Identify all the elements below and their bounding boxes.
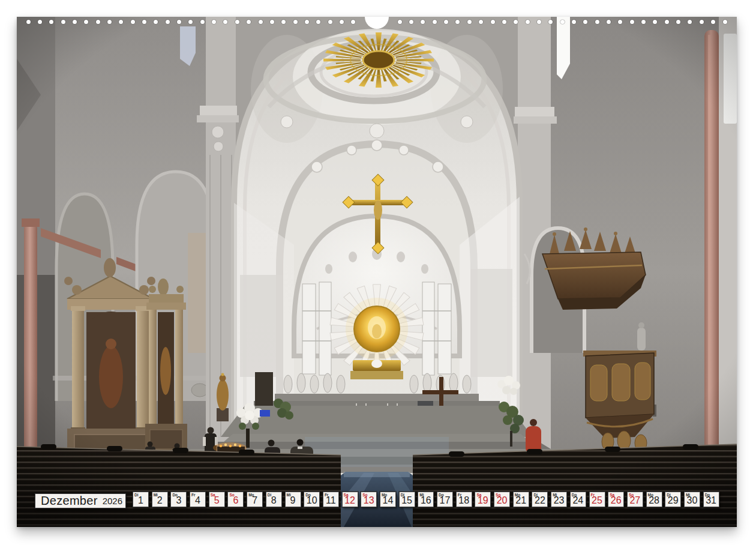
calendar-strip: Dezember 2026 Di1Mi2Do3Fr4Sa5So6Mo7Di8Mi… — [17, 17, 737, 527]
binding-hole — [107, 20, 112, 24]
day-number: 19 — [475, 495, 490, 506]
calendar-day: Di15 — [399, 492, 415, 507]
binding-hole — [73, 20, 77, 24]
calendar-day: Mo21 — [513, 492, 529, 507]
calendar-day: Sa5 — [209, 492, 225, 507]
binding-hole — [595, 20, 599, 24]
day-number: 14 — [380, 495, 395, 506]
calendar-day: Di22 — [532, 492, 548, 507]
binding-hole — [665, 20, 669, 24]
day-number: 27 — [628, 495, 643, 506]
calendar-day: So27 — [627, 492, 643, 507]
calendar-day: Mi16 — [418, 492, 434, 507]
day-number: 26 — [608, 495, 623, 506]
calendar-day: Fr11 — [323, 492, 339, 507]
binding-hole — [502, 20, 506, 24]
day-number: 21 — [514, 495, 529, 506]
day-number: 16 — [418, 495, 433, 506]
binding-hole — [433, 20, 437, 24]
calendar-day: Mi23 — [551, 492, 567, 507]
binding-hole — [572, 20, 576, 24]
calendar-page: Dezember 2026 Di1Mi2Do3Fr4Sa5So6Mo7Di8Mi… — [0, 0, 756, 545]
calendar-day: Mi9 — [285, 492, 301, 507]
calendar-day: Sa26 — [608, 492, 624, 507]
calendar-day: Mi2 — [152, 492, 168, 507]
binding-hole — [630, 20, 634, 24]
binding-hole — [537, 20, 541, 24]
calendar-day: Di29 — [665, 492, 681, 507]
day-number: 23 — [551, 495, 566, 506]
day-number: 25 — [590, 495, 605, 506]
day-number: 11 — [323, 495, 338, 506]
binding-hole — [409, 20, 413, 24]
binding-hole — [526, 20, 530, 24]
day-number: 4 — [190, 495, 205, 506]
calendar-day: Do17 — [437, 492, 453, 507]
binding-hole — [305, 20, 309, 24]
calendar-day: Mo14 — [380, 492, 396, 507]
month-name: Dezember — [41, 494, 98, 508]
binding-hole — [491, 20, 495, 24]
day-number: 30 — [685, 495, 700, 506]
day-number: 5 — [209, 495, 224, 506]
day-number: 13 — [361, 495, 376, 506]
calendar-day: Mo7 — [247, 492, 263, 507]
calendar-day: Sa19 — [475, 492, 491, 507]
day-number: 17 — [437, 495, 452, 506]
day-number: 8 — [266, 495, 281, 506]
calendar-photo: Dezember 2026 Di1Mi2Do3Fr4Sa5So6Mo7Di8Mi… — [17, 17, 737, 527]
day-number: 29 — [665, 495, 680, 506]
binding-hole — [200, 20, 205, 24]
calendar-day: Mi30 — [684, 492, 700, 507]
day-number: 7 — [247, 495, 262, 506]
calendar-day: Mo28 — [646, 492, 662, 507]
calendar-day: Sa12 — [342, 492, 358, 507]
binding-hole — [259, 20, 263, 24]
day-number: 12 — [343, 495, 358, 506]
binding-hole — [293, 20, 298, 24]
day-number: 22 — [532, 495, 547, 506]
binding-hole — [560, 20, 565, 24]
calendar-day: Di1 — [133, 492, 149, 507]
day-number: 3 — [171, 495, 186, 506]
binding-hole — [340, 20, 344, 24]
binding-hole — [467, 20, 472, 24]
binding-hole — [177, 20, 181, 24]
calendar-day: Fr18 — [456, 492, 472, 507]
binding-hole — [398, 20, 402, 24]
day-number: 20 — [494, 495, 509, 506]
calendar-day: Do24 — [570, 492, 586, 507]
month-label-box: Dezember 2026 — [35, 493, 126, 508]
calendar-day: So13 — [361, 492, 377, 507]
day-number: 28 — [647, 495, 662, 506]
day-number: 24 — [571, 495, 586, 506]
calendar-day: Do3 — [170, 492, 187, 507]
binding-hole — [131, 20, 135, 24]
binding-hole — [26, 20, 31, 24]
binding-hole — [607, 20, 611, 24]
calendar-day: Do31 — [703, 492, 719, 507]
day-number: 6 — [228, 495, 243, 506]
day-number: 1 — [133, 495, 148, 506]
day-number: 2 — [152, 495, 167, 506]
binding-hole — [270, 20, 274, 24]
binding-hole — [235, 20, 239, 24]
binding-hole — [142, 20, 146, 24]
day-number: 18 — [457, 495, 472, 506]
binding-hole — [700, 20, 704, 24]
calendar-day: Di8 — [266, 492, 282, 507]
calendar-day: So20 — [494, 492, 510, 507]
day-number: 31 — [704, 495, 719, 506]
calendar-day: Fr4 — [190, 492, 206, 507]
binding-hole — [641, 20, 646, 24]
day-number: 10 — [304, 495, 319, 506]
binding-hole — [723, 20, 727, 24]
binding-hole — [61, 20, 65, 24]
binding-hole — [38, 20, 42, 24]
day-number: 9 — [286, 495, 301, 506]
binding-hole — [328, 20, 332, 24]
year-label: 2026 — [103, 496, 122, 506]
calendar-day: Do10 — [304, 492, 320, 507]
calendar-day: So6 — [227, 492, 244, 507]
binding-hole — [166, 20, 170, 24]
